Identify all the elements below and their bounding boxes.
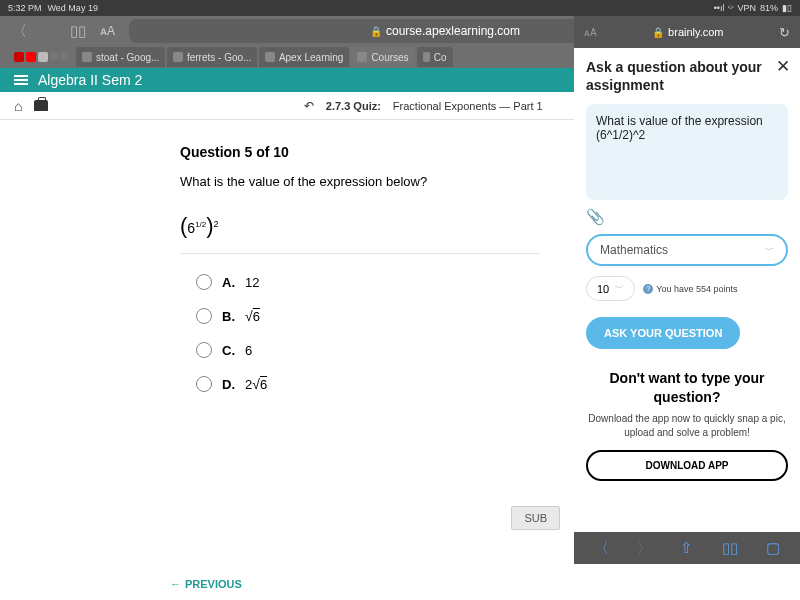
overlay-url-text: brainly.com xyxy=(668,26,723,38)
attachment-icon[interactable]: 📎 xyxy=(586,208,605,225)
chevron-down-icon: ﹀ xyxy=(765,244,774,257)
overlay-nav-bar: ᴀA 🔒 brainly.com ↻ xyxy=(574,16,800,48)
misc-tab-icon-2[interactable] xyxy=(50,52,58,60)
alt-title: Don't want to type your question? xyxy=(586,369,788,405)
misc-tab-icon[interactable] xyxy=(38,52,48,62)
subject-select[interactable]: Mathematics ﹀ xyxy=(586,234,788,266)
quiz-section: 2.7.3 Quiz: xyxy=(326,100,381,112)
subject-label: Mathematics xyxy=(600,243,668,257)
help-icon[interactable]: ? xyxy=(643,284,653,294)
tab-stoat[interactable]: stoat - Goog... xyxy=(76,47,165,67)
overlay-text-size[interactable]: ᴀA xyxy=(584,27,597,38)
quiz-subtitle: Fractional Exponents — Part 1 xyxy=(393,100,543,112)
back-icon[interactable]: 〈 xyxy=(12,22,27,41)
radio-a[interactable] xyxy=(196,274,212,290)
misc-tab-icon-3[interactable] xyxy=(60,52,68,60)
menu-icon[interactable] xyxy=(14,75,28,85)
overlay-address-bar[interactable]: 🔒 brainly.com xyxy=(597,26,779,38)
sidebar-icon[interactable]: ▯▯ xyxy=(70,22,86,40)
arrow-left-icon: ← xyxy=(170,578,181,590)
share-icon[interactable]: ⇧ xyxy=(680,539,693,557)
tab-ferrets[interactable]: ferrets - Goo... xyxy=(167,47,257,67)
previous-button[interactable]: ← PREVIOUS xyxy=(170,578,242,590)
radio-b[interactable] xyxy=(196,308,212,324)
alt-subtitle: Download the app now to quickly snap a p… xyxy=(586,412,788,440)
tabs-icon[interactable]: ▢ xyxy=(766,539,780,557)
overlay-reload-icon[interactable]: ↻ xyxy=(779,25,790,40)
download-app-button[interactable]: DOWNLOAD APP xyxy=(586,450,788,481)
text-size-button[interactable]: ᴀA xyxy=(100,24,115,38)
overlay-toolbar: 〈 〉 ⇧ ▯▯ ▢ xyxy=(574,532,800,564)
forward-icon[interactable]: 〉 xyxy=(41,22,56,41)
close-icon[interactable]: ✕ xyxy=(776,56,790,77)
math-expression: (61/2)2 xyxy=(180,213,540,254)
tab-apex[interactable]: Apex Learning xyxy=(259,47,349,67)
radio-d[interactable] xyxy=(196,376,212,392)
points-info: ? You have 554 points xyxy=(643,284,737,294)
overlay-title: Ask a question about your assignment xyxy=(586,58,788,94)
home-indicator[interactable] xyxy=(652,593,722,596)
url-text: course.apexlearning.com xyxy=(386,24,520,38)
up-arrow-icon[interactable]: ↶ xyxy=(304,99,314,113)
youtube-tab-icon-2[interactable] xyxy=(26,52,36,62)
status-date: Wed May 19 xyxy=(48,3,98,13)
briefcase-icon[interactable] xyxy=(34,100,48,111)
tab-partial[interactable]: Co xyxy=(417,47,453,67)
overlay-forward-icon[interactable]: 〉 xyxy=(637,539,652,558)
overlay-back-icon[interactable]: 〈 xyxy=(594,539,609,558)
overlay-lock-icon: 🔒 xyxy=(652,27,664,38)
submit-button[interactable]: SUB xyxy=(511,506,560,530)
points-select[interactable]: 10 ﹀ xyxy=(586,276,635,301)
question-input[interactable]: What is value of the expression (6^1/2)^… xyxy=(586,104,788,200)
chevron-down-icon: ﹀ xyxy=(615,282,624,295)
tab-courses[interactable]: Courses xyxy=(351,47,414,67)
course-title: Algebra II Sem 2 xyxy=(38,72,142,88)
overlay-body: ✕ Ask a question about your assignment W… xyxy=(574,48,800,532)
youtube-tab-icon[interactable] xyxy=(14,52,24,62)
slide-over-panel: ᴀA 🔒 brainly.com ↻ ✕ Ask a question abou… xyxy=(574,0,800,600)
status-time: 5:32 PM xyxy=(8,3,42,13)
lock-icon: 🔒 xyxy=(370,26,382,37)
home-icon[interactable]: ⌂ xyxy=(14,98,22,114)
bookmarks-icon[interactable]: ▯▯ xyxy=(722,539,738,557)
radio-c[interactable] xyxy=(196,342,212,358)
ask-question-button[interactable]: ASK YOUR QUESTION xyxy=(586,317,740,349)
